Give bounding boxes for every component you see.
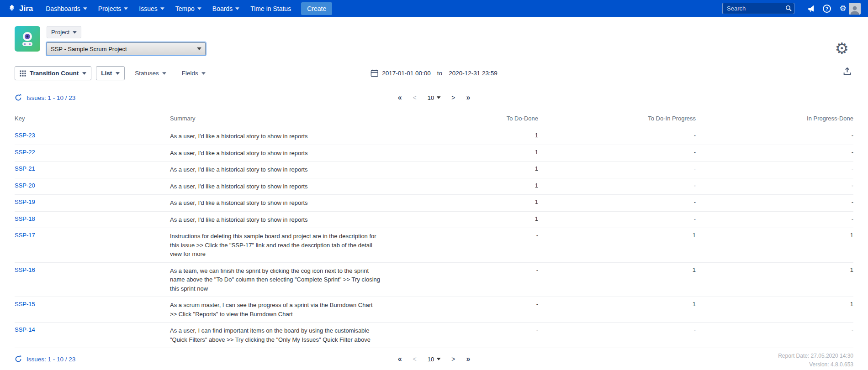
list-controls-bottom: Issues: 1 - 10 / 23 « < 10 > » Report Da… bbox=[0, 348, 868, 370]
report-type-button[interactable]: Transition Count bbox=[15, 66, 91, 80]
pagination-bottom: « < 10 > » bbox=[398, 355, 471, 363]
chevron-down-icon bbox=[82, 72, 86, 75]
page-size-select[interactable]: 10 bbox=[428, 356, 440, 363]
list-controls-top: Issues: 1 - 10 / 23 « < 10 > » bbox=[0, 87, 868, 109]
chevron-down-icon bbox=[83, 7, 87, 10]
todo-done-value: - bbox=[536, 266, 538, 273]
issue-key-link[interactable]: SSP-19 bbox=[15, 198, 35, 205]
chevron-down-icon bbox=[124, 7, 128, 10]
todo-inprogress-value: - bbox=[694, 132, 696, 139]
issue-key-link[interactable]: SSP-16 bbox=[15, 266, 35, 273]
user-avatar[interactable] bbox=[849, 3, 861, 15]
todo-done-value: - bbox=[536, 326, 538, 333]
issue-key-link[interactable]: SSP-20 bbox=[15, 182, 35, 189]
todo-done-value: 1 bbox=[535, 132, 538, 139]
issues-table: Key Summary To Do-Done To Do-In Progress… bbox=[15, 110, 853, 348]
refresh-icon[interactable] bbox=[15, 355, 22, 363]
inprogress-done-value: 1 bbox=[850, 232, 853, 239]
nav-time-in-status-label: Time in Status bbox=[250, 5, 291, 12]
report-meta: Report Date: 27.05.2020 14:30 Version: 4… bbox=[778, 352, 853, 369]
prev-page-button[interactable]: < bbox=[413, 94, 417, 101]
issue-key-link[interactable]: SSP-15 bbox=[15, 301, 35, 307]
statuses-dropdown[interactable]: Statuses bbox=[129, 67, 172, 80]
scope-selector-button[interactable]: Project bbox=[47, 26, 81, 38]
search-icon[interactable] bbox=[785, 5, 792, 13]
project-select[interactable]: SSP - Sample Scrum Project bbox=[47, 42, 206, 55]
page-size-value: 10 bbox=[428, 94, 434, 101]
table-row: SSP-14As a user, I can find important it… bbox=[15, 323, 853, 348]
issue-summary: As a user, I'd like a historical story t… bbox=[170, 165, 381, 174]
first-page-button[interactable]: « bbox=[398, 94, 402, 102]
todo-inprogress-value: 1 bbox=[693, 301, 696, 307]
search-input[interactable] bbox=[722, 3, 794, 14]
nav-projects[interactable]: Projects bbox=[93, 0, 134, 17]
export-icon[interactable] bbox=[843, 67, 852, 77]
fields-dropdown[interactable]: Fields bbox=[176, 67, 211, 80]
project-avatar[interactable] bbox=[15, 26, 40, 52]
todo-inprogress-value: - bbox=[694, 165, 696, 172]
jira-logo-icon bbox=[7, 4, 16, 13]
prev-page-button[interactable]: < bbox=[413, 355, 417, 363]
last-page-button[interactable]: » bbox=[466, 355, 470, 363]
admin-gear-icon[interactable]: ⚙ bbox=[837, 3, 849, 15]
column-header-todo-done: To Do-Done bbox=[381, 110, 538, 128]
announcements-icon[interactable] bbox=[805, 3, 817, 15]
quick-search bbox=[722, 3, 794, 14]
report-version: Version: 4.8.0.653 bbox=[778, 360, 853, 369]
refresh-icon[interactable] bbox=[15, 94, 22, 101]
grid-icon bbox=[20, 70, 26, 77]
date-separator: to bbox=[437, 70, 442, 77]
issue-summary: As a user, I can find important items on… bbox=[170, 326, 381, 344]
date-range-picker[interactable]: 2017-01-01 00:00 to 2020-12-31 23:59 bbox=[370, 69, 497, 77]
issue-key-link[interactable]: SSP-22 bbox=[15, 149, 35, 156]
table-row: SSP-23As a user, I'd like a historical s… bbox=[15, 128, 853, 145]
view-type-button[interactable]: List bbox=[96, 66, 125, 80]
report-settings-gear-icon[interactable]: ⚙ bbox=[835, 41, 849, 56]
column-header-todo-inprogress: To Do-In Progress bbox=[538, 110, 696, 128]
help-icon[interactable]: ? bbox=[821, 3, 833, 15]
issue-key-link[interactable]: SSP-18 bbox=[15, 215, 35, 222]
issues-info: Issues: 1 - 10 / 23 bbox=[15, 94, 75, 101]
issue-summary: Instructions for deleting this sample bo… bbox=[170, 232, 381, 259]
chevron-down-icon bbox=[197, 47, 201, 50]
last-page-button[interactable]: » bbox=[466, 94, 470, 102]
issue-key-link[interactable]: SSP-14 bbox=[15, 326, 35, 333]
create-button[interactable]: Create bbox=[301, 2, 332, 15]
issue-key-link[interactable]: SSP-21 bbox=[15, 165, 35, 172]
report-type-label: Transition Count bbox=[30, 70, 79, 77]
inprogress-done-value: - bbox=[852, 215, 853, 222]
next-page-button[interactable]: > bbox=[451, 355, 455, 363]
chevron-down-icon bbox=[436, 96, 440, 99]
issue-summary: As a user, I'd like a historical story t… bbox=[170, 215, 381, 224]
table-row: SSP-15As a scrum master, I can see the p… bbox=[15, 297, 853, 323]
chevron-down-icon bbox=[73, 31, 77, 34]
next-page-button[interactable]: > bbox=[451, 94, 455, 101]
nav-dashboards-label: Dashboards bbox=[46, 5, 80, 12]
page-size-select[interactable]: 10 bbox=[428, 94, 440, 101]
nav-tempo[interactable]: Tempo bbox=[170, 0, 207, 17]
inprogress-done-value: - bbox=[852, 326, 853, 333]
table-row: SSP-20As a user, I'd like a historical s… bbox=[15, 178, 853, 195]
nav-boards[interactable]: Boards bbox=[207, 0, 245, 17]
table-row: SSP-22As a user, I'd like a historical s… bbox=[15, 145, 853, 162]
nav-dashboards[interactable]: Dashboards bbox=[40, 0, 93, 17]
inprogress-done-value: - bbox=[852, 149, 853, 156]
pagination-top: « < 10 > » bbox=[398, 94, 471, 102]
first-page-button[interactable]: « bbox=[398, 355, 402, 363]
nav-time-in-status[interactable]: Time in Status bbox=[245, 0, 296, 17]
issues-count-label: Issues: 1 - 10 / 23 bbox=[26, 94, 75, 101]
column-header-key: Key bbox=[15, 110, 170, 128]
issues-table-body: SSP-23As a user, I'd like a historical s… bbox=[15, 128, 853, 348]
jira-logo[interactable]: Jira bbox=[7, 4, 33, 13]
issue-key-link[interactable]: SSP-23 bbox=[15, 132, 35, 139]
todo-inprogress-value: - bbox=[694, 149, 696, 156]
todo-done-value: 1 bbox=[535, 215, 538, 222]
todo-done-value: 1 bbox=[535, 182, 538, 189]
todo-inprogress-value: - bbox=[694, 215, 696, 222]
issues-count-label: Issues: 1 - 10 / 23 bbox=[26, 356, 75, 363]
issue-key-link[interactable]: SSP-17 bbox=[15, 232, 35, 239]
issue-summary: As a user, I'd like a historical story t… bbox=[170, 132, 381, 141]
todo-inprogress-value: - bbox=[694, 182, 696, 189]
nav-issues[interactable]: Issues bbox=[133, 0, 169, 17]
column-header-inprogress-done: In Progress-Done bbox=[696, 110, 853, 128]
